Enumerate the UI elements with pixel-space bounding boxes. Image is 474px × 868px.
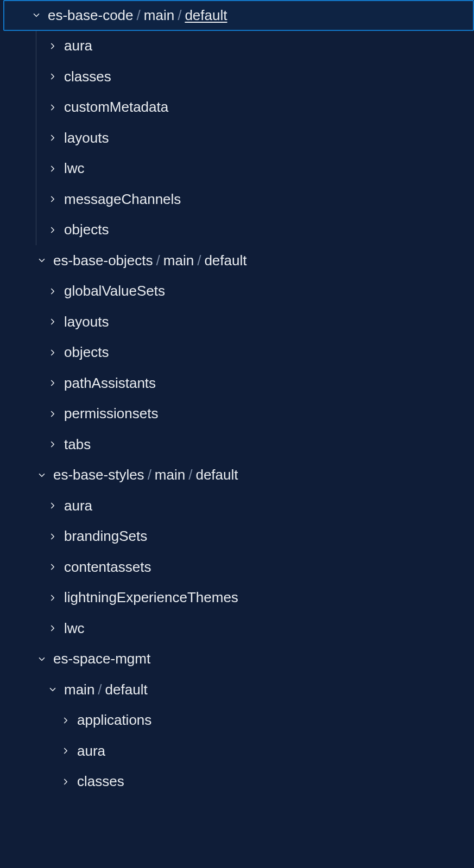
tree-row-label: permissionsets: [64, 405, 158, 422]
path-separator: /: [185, 467, 195, 483]
chevron-right-icon[interactable]: [47, 40, 59, 52]
path-separator: /: [194, 252, 204, 269]
path-segment: es-base-code: [48, 7, 134, 24]
path-segment: pathAssistants: [64, 375, 156, 392]
tree-row[interactable]: lwc: [3, 613, 474, 644]
tree-row[interactable]: es-space-mgmt: [3, 644, 474, 675]
path-segment: lightningExperienceThemes: [64, 589, 238, 606]
tree-row-label: classes: [77, 773, 124, 790]
path-segment: es-base-objects: [53, 252, 153, 269]
tree-row-label: layouts: [64, 130, 109, 146]
tree-row[interactable]: aura: [3, 736, 474, 767]
path-segment: aura: [77, 743, 105, 760]
tree-row[interactable]: classes: [3, 61, 474, 92]
tree-row[interactable]: brandingSets: [3, 521, 474, 552]
tree-row-label: pathAssistants: [64, 375, 156, 392]
chevron-down-icon[interactable]: [47, 684, 59, 695]
path-segment: objects: [64, 221, 109, 238]
tree-row[interactable]: aura: [3, 31, 474, 62]
tree-row[interactable]: contentassets: [3, 552, 474, 583]
tree-row[interactable]: globalValueSets: [3, 276, 474, 307]
tree-row[interactable]: es-base-code/main/default: [3, 0, 474, 31]
tree-row-label: objects: [64, 344, 109, 361]
chevron-right-icon[interactable]: [47, 132, 59, 144]
chevron-right-icon[interactable]: [47, 622, 59, 634]
tree-row[interactable]: es-base-objects/main/default: [3, 245, 474, 276]
chevron-right-icon[interactable]: [47, 347, 59, 359]
path-segment: messageChannels: [64, 191, 181, 208]
tree-row[interactable]: es-base-styles/main/default: [3, 460, 474, 491]
chevron-right-icon[interactable]: [47, 377, 59, 389]
chevron-right-icon[interactable]: [47, 531, 59, 542]
path-segment: aura: [64, 37, 92, 54]
chevron-down-icon[interactable]: [36, 254, 48, 266]
path-segment: aura: [64, 497, 92, 514]
path-segment: globalValueSets: [64, 283, 165, 299]
chevron-down-icon[interactable]: [36, 653, 48, 665]
tree-row[interactable]: customMetadata: [3, 92, 474, 123]
tree-row[interactable]: objects: [3, 215, 474, 246]
chevron-right-icon[interactable]: [60, 745, 72, 757]
file-tree: es-base-code/main/defaultauraclassescust…: [0, 0, 474, 797]
chevron-down-icon[interactable]: [30, 9, 42, 21]
path-segment: main: [144, 7, 174, 24]
tree-row[interactable]: layouts: [3, 123, 474, 154]
chevron-right-icon[interactable]: [47, 285, 59, 297]
tree-row-label: customMetadata: [64, 99, 168, 116]
tree-row-label: messageChannels: [64, 191, 181, 208]
tree-row[interactable]: tabs: [3, 429, 474, 460]
path-segment: layouts: [64, 130, 109, 146]
tree-row[interactable]: classes: [3, 767, 474, 797]
path-separator: /: [153, 252, 163, 269]
tree-row-label: lwc: [64, 160, 85, 177]
chevron-right-icon[interactable]: [47, 561, 59, 573]
tree-row-label: contentassets: [64, 559, 151, 576]
tree-row-label: applications: [77, 712, 151, 729]
path-segment: permissionsets: [64, 405, 158, 422]
indent-guide: [36, 31, 36, 246]
path-segment: layouts: [64, 314, 109, 330]
chevron-right-icon[interactable]: [47, 101, 59, 113]
chevron-right-icon[interactable]: [47, 438, 59, 450]
chevron-right-icon[interactable]: [60, 714, 72, 726]
chevron-right-icon[interactable]: [60, 776, 72, 788]
path-segment: classes: [64, 68, 111, 85]
tree-row[interactable]: aura: [3, 490, 474, 521]
path-segment: applications: [77, 712, 151, 729]
chevron-right-icon[interactable]: [47, 592, 59, 604]
tree-row[interactable]: applications: [3, 705, 474, 736]
tree-row-label: aura: [64, 497, 92, 514]
tree-row[interactable]: pathAssistants: [3, 368, 474, 399]
path-segment: customMetadata: [64, 99, 168, 116]
path-separator: /: [174, 7, 185, 24]
path-segment: main: [64, 681, 94, 698]
chevron-down-icon[interactable]: [36, 469, 48, 481]
tree-row[interactable]: lwc: [3, 154, 474, 184]
tree-row-label: lightningExperienceThemes: [64, 589, 238, 606]
path-segment: objects: [64, 344, 109, 361]
tree-row[interactable]: messageChannels: [3, 184, 474, 215]
tree-row-label: es-base-code/main/default: [48, 7, 227, 24]
tree-row-label: tabs: [64, 436, 91, 453]
tree-row-label: es-space-mgmt: [53, 650, 150, 667]
path-segment: default: [105, 681, 148, 698]
tree-row[interactable]: permissionsets: [3, 399, 474, 430]
chevron-right-icon[interactable]: [47, 500, 59, 512]
tree-row-label: brandingSets: [64, 528, 147, 545]
tree-row-label: layouts: [64, 314, 109, 330]
path-segment: main: [163, 252, 194, 269]
path-segment: default: [185, 7, 227, 24]
chevron-right-icon[interactable]: [47, 163, 59, 175]
path-segment: lwc: [64, 620, 85, 637]
tree-row[interactable]: main/default: [3, 674, 474, 705]
tree-row[interactable]: layouts: [3, 307, 474, 337]
path-segment: tabs: [64, 436, 91, 453]
chevron-right-icon[interactable]: [47, 193, 59, 205]
chevron-right-icon[interactable]: [47, 316, 59, 328]
tree-row-label: es-base-styles/main/default: [53, 467, 238, 483]
tree-row[interactable]: lightningExperienceThemes: [3, 583, 474, 614]
chevron-right-icon[interactable]: [47, 408, 59, 420]
chevron-right-icon[interactable]: [47, 71, 59, 82]
chevron-right-icon[interactable]: [47, 224, 59, 236]
tree-row[interactable]: objects: [3, 337, 474, 368]
